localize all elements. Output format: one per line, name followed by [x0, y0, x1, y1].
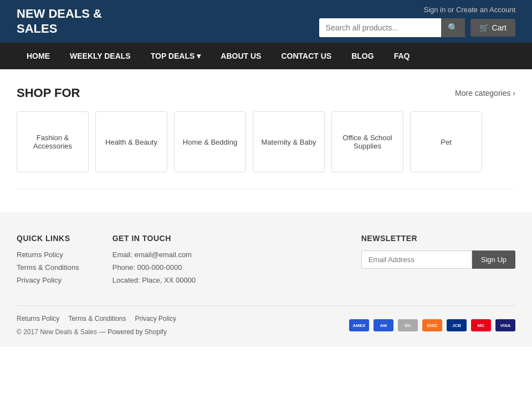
- main-content: SHOP FOR More categories › Fashion & Acc…: [0, 69, 532, 212]
- category-home-bedding-label: Home & Bedding: [183, 138, 237, 146]
- chevron-down-icon: ▾: [197, 52, 201, 60]
- top-right: Sign in or Create an Account 🔍 🛒 Cart: [319, 6, 515, 37]
- category-maternity-baby[interactable]: Maternity & Baby: [253, 111, 325, 172]
- location-value: Place, XX 00000: [142, 276, 196, 284]
- main-nav: HOME WEEKLY DEALS TOP DEALS ▾ ABOUT US C…: [0, 43, 532, 69]
- discover-icon: DISC: [422, 319, 442, 331]
- category-fashion[interactable]: Fashion & Accessories: [17, 111, 89, 172]
- cart-button[interactable]: 🛒 Cart: [470, 19, 515, 37]
- more-categories-link[interactable]: More categories ›: [455, 89, 515, 98]
- email-value: email@email.com: [134, 250, 192, 259]
- footer-quick-links: QUICK LINKS Returns Policy Terms & Condi…: [17, 234, 79, 289]
- category-fashion-label: Fashion & Accessories: [24, 134, 81, 150]
- shop-for-title: SHOP FOR: [17, 86, 80, 100]
- cart-label: Cart: [492, 23, 507, 32]
- category-office-school-label: Office & School Supplies: [339, 134, 396, 150]
- category-health-beauty[interactable]: Health & Beauty: [95, 111, 167, 172]
- create-account-link[interactable]: Create an Account: [456, 6, 515, 14]
- category-maternity-baby-label: Maternity & Baby: [262, 138, 316, 146]
- search-bar: 🔍: [319, 18, 465, 37]
- category-home-bedding[interactable]: Home & Bedding: [174, 111, 246, 172]
- get-in-touch-heading: GET IN TOUCH: [112, 234, 196, 243]
- footer-bottom-returns[interactable]: Returns Policy: [17, 315, 59, 323]
- location-label: Located:: [112, 276, 142, 284]
- footer-terms-conditions[interactable]: Terms & Conditions: [17, 263, 79, 272]
- nav-top-deals[interactable]: TOP DEALS ▾: [141, 43, 211, 69]
- copyright-text: © 2017 New Deals & Sales: [17, 328, 97, 336]
- footer-newsletter: NEWSLETTER Sign Up: [361, 234, 515, 289]
- separator: —: [99, 328, 108, 336]
- category-office-school[interactable]: Office & School Supplies: [331, 111, 403, 172]
- mastercard-icon: MC: [471, 319, 491, 331]
- content-divider: [17, 189, 515, 190]
- email-label: Email:: [112, 250, 135, 259]
- payment-icons: AMEX AM DC DISC JCB MC VISA: [349, 319, 515, 331]
- category-pet-label: Pet: [441, 138, 452, 146]
- newsletter-email-input[interactable]: [361, 250, 472, 269]
- or-text: or: [448, 6, 454, 14]
- category-health-beauty-label: Health & Beauty: [105, 138, 157, 146]
- nav-about-us[interactable]: ABOUT US: [211, 43, 271, 69]
- footer-returns-policy[interactable]: Returns Policy: [17, 250, 79, 259]
- nav-faq[interactable]: FAQ: [384, 43, 420, 69]
- sign-in-link[interactable]: Sign in: [423, 6, 446, 14]
- account-links: Sign in or Create an Account: [423, 6, 515, 14]
- newsletter-signup-button[interactable]: Sign Up: [472, 250, 515, 269]
- footer-bottom-privacy[interactable]: Privacy Policy: [135, 315, 176, 323]
- newsletter-form: Sign Up: [361, 250, 515, 269]
- shop-for-header: SHOP FOR More categories ›: [17, 86, 515, 100]
- footer: QUICK LINKS Returns Policy Terms & Condi…: [0, 212, 532, 347]
- search-cart-row: 🔍 🛒 Cart: [319, 18, 515, 37]
- footer-location: Located: Place, XX 00000: [112, 276, 196, 284]
- visa-icon: VISA: [495, 319, 515, 331]
- top-bar: NEW DEALS & SALES Sign in or Create an A…: [0, 0, 532, 43]
- amex-icon: AMEX: [349, 319, 369, 331]
- footer-privacy-policy[interactable]: Privacy Policy: [17, 276, 79, 284]
- footer-bottom-terms[interactable]: Terms & Conditions: [68, 315, 126, 323]
- footer-get-in-touch: GET IN TOUCH Email: email@email.com Phon…: [112, 234, 196, 289]
- footer-bottom-links: Returns Policy Terms & Conditions Privac…: [17, 315, 176, 323]
- category-pet[interactable]: Pet: [410, 111, 482, 172]
- footer-bottom: Returns Policy Terms & Conditions Privac…: [17, 305, 515, 336]
- diners-icon: DC: [398, 319, 418, 331]
- search-button[interactable]: 🔍: [441, 18, 465, 37]
- powered-by-link[interactable]: Powered by Shopify: [108, 328, 167, 336]
- quick-links-heading: QUICK LINKS: [17, 234, 79, 243]
- footer-top: QUICK LINKS Returns Policy Terms & Condi…: [17, 234, 515, 289]
- search-input[interactable]: [319, 19, 441, 37]
- cart-icon: 🛒: [479, 23, 489, 32]
- newsletter-heading: NEWSLETTER: [361, 234, 515, 243]
- site-title: NEW DEALS & SALES: [17, 7, 105, 36]
- nav-contact-us[interactable]: CONTACT US: [271, 43, 341, 69]
- phone-label: Phone:: [112, 263, 137, 272]
- phone-value: 000-000-0000: [137, 263, 182, 272]
- amex2-icon: AM: [374, 319, 393, 331]
- footer-email: Email: email@email.com: [112, 250, 196, 259]
- jcb-icon: JCB: [447, 319, 467, 331]
- footer-phone: Phone: 000-000-0000: [112, 263, 196, 272]
- nav-blog[interactable]: BLOG: [341, 43, 383, 69]
- footer-bottom-left: Returns Policy Terms & Conditions Privac…: [17, 315, 176, 336]
- categories-grid: Fashion & Accessories Health & Beauty Ho…: [17, 111, 515, 172]
- nav-weekly-deals[interactable]: WEEKLY DEALS: [60, 43, 141, 69]
- nav-home[interactable]: HOME: [17, 43, 60, 69]
